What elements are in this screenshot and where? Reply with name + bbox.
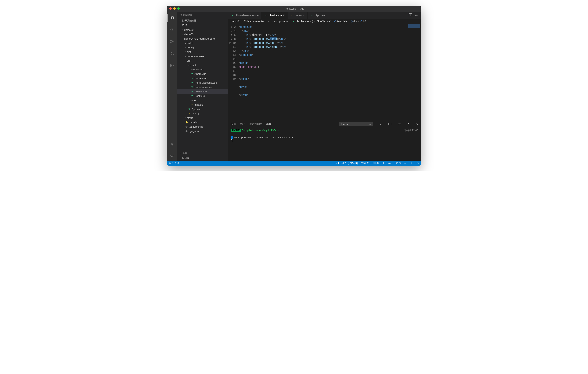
folder-router[interactable]: ⌄router	[177, 98, 228, 102]
close-tab-icon[interactable]: ×	[283, 14, 284, 17]
file-index-js[interactable]: JSindex.js	[177, 102, 228, 107]
file-main-js[interactable]: JSmain.js	[177, 111, 228, 116]
project-section[interactable]: ⌄VUE	[177, 23, 228, 28]
svg-point-5	[170, 42, 171, 43]
crumb-symbol-file: { } "Profile.vue"	[312, 20, 331, 23]
settings-gear-icon[interactable]	[167, 153, 177, 161]
panel-tabs: 问题 输出 调试控制台 终端 1: node⌄ ＋ ⌃ ✕	[228, 121, 421, 127]
maximize-window-button[interactable]	[177, 7, 180, 10]
title-bar: Profile.vue — vue	[167, 6, 421, 12]
folder-demo03[interactable]: ›demo03	[177, 32, 228, 36]
status-bar: ⊘ 0 ⚠ 0 行 4，列 28 (已选择4) 空格: 2 UTF-8 LF V…	[167, 161, 421, 166]
panel-maximize-icon[interactable]: ⌃	[408, 123, 410, 126]
folder-node-modules[interactable]: ›node_modules	[177, 54, 228, 58]
vscode-window: Profile.vue — vue 资源管理器 ›打开的编辑器 ⌄VUE ›de…	[167, 6, 421, 166]
tab-profile[interactable]: ▼Profile.vue×	[262, 12, 288, 19]
file-gitignore[interactable]: ◆.gitignore	[177, 129, 228, 133]
folder-config[interactable]: ›config	[177, 45, 228, 50]
svg-rect-10	[170, 66, 172, 67]
folder-components[interactable]: ⌄components	[177, 67, 228, 71]
tab-index[interactable]: JSindex.js	[288, 12, 308, 19]
breadcrumbs[interactable]: demo04› 01-learnvuerouter› src› componen…	[228, 19, 421, 24]
file-babelrc[interactable]: ⬢.babelrc	[177, 120, 228, 124]
status-bell-icon[interactable]	[416, 162, 419, 165]
traffic-lights	[169, 7, 180, 10]
panel-tab-output[interactable]: 输出	[240, 121, 245, 127]
file-homemessage-vue[interactable]: ▼HomeMessage.vue	[177, 81, 228, 85]
main-area: ▼HomeMessage.vue ▼Profile.vue× JSindex.j…	[228, 12, 421, 161]
status-encoding[interactable]: UTF-8	[372, 162, 379, 165]
folder-static[interactable]: ›static	[177, 116, 228, 120]
panel-tab-terminal[interactable]: 终端	[266, 121, 272, 127]
split-editor-icon[interactable]	[408, 13, 412, 18]
file-app-vue[interactable]: ▼App.vue	[177, 107, 228, 111]
chevron-down-icon: ⌄	[369, 123, 371, 126]
terminal-timestamp: 下午1:12:03	[404, 129, 418, 132]
folder-dist[interactable]: ›dist	[177, 50, 228, 54]
svg-point-13	[171, 156, 172, 157]
debug-icon[interactable]	[167, 50, 177, 58]
folder-demo04[interactable]: ⌄demo04 / 01-learnvuerouter	[177, 36, 228, 41]
tab-app[interactable]: ▼App.vue	[308, 12, 328, 19]
split-terminal-icon[interactable]	[388, 122, 391, 126]
file-homenews-vue[interactable]: ▼HomeNews.vue	[177, 85, 228, 89]
code-content[interactable]: <template> <div> <h2>我是Profile</h2> <h2>…	[238, 24, 405, 121]
panel-tab-problems[interactable]: 问题	[231, 121, 236, 127]
file-user-vue[interactable]: ▼User.vue	[177, 94, 228, 98]
activity-bar	[167, 12, 177, 161]
file-home-vue[interactable]: ▼Home.vue	[177, 76, 228, 81]
file-profile-vue[interactable]: ▼Profile.vue	[177, 89, 228, 94]
folder-assets[interactable]: ›assets	[177, 63, 228, 67]
panel-close-icon[interactable]: ✕	[416, 123, 418, 126]
terminal-output[interactable]: DONE Compiled successfully in 236ms下午1:1…	[228, 127, 421, 161]
window-title: Profile.vue — vue	[284, 7, 304, 10]
status-indent[interactable]: 空格: 2	[361, 162, 368, 165]
close-window-button[interactable]	[169, 7, 172, 10]
open-editors-section[interactable]: ›打开的编辑器	[177, 18, 228, 23]
minimap[interactable]	[405, 24, 421, 121]
editor-tabs: ▼HomeMessage.vue ▼Profile.vue× JSindex.j…	[228, 12, 421, 19]
bottom-panel: 问题 输出 调试控制台 终端 1: node⌄ ＋ ⌃ ✕ DONE Compi…	[228, 121, 421, 161]
crumb-file: ▼Profile.vue	[292, 20, 309, 23]
search-icon[interactable]	[167, 26, 177, 34]
svg-point-19	[411, 162, 412, 163]
crumb-h2: ⬡h2	[360, 20, 366, 23]
file-tree: ›demo02 ›demo03 ⌄demo04 / 01-learnvuerou…	[177, 28, 228, 151]
new-terminal-icon[interactable]: ＋	[379, 122, 382, 126]
status-cursor[interactable]: 行 4，列 28 (已选择4)	[335, 162, 358, 165]
status-errors[interactable]: ⊘ 0 ⚠ 0	[169, 162, 179, 165]
status-eol[interactable]: LF	[382, 162, 385, 165]
svg-point-12	[171, 143, 173, 145]
tab-homemessage[interactable]: ▼HomeMessage.vue	[228, 12, 262, 19]
sidebar-title: 资源管理器	[177, 12, 228, 18]
terminal-selector[interactable]: 1: node⌄	[339, 122, 373, 126]
svg-point-18	[396, 163, 397, 164]
status-language[interactable]: Vue	[388, 162, 392, 165]
account-icon[interactable]	[167, 141, 177, 149]
line-numbers: 1 2 3 4 5 6 7 8 9 10 11 12 13 14 15 16 1…	[228, 24, 238, 121]
timeline-section[interactable]: ›时间线	[177, 156, 228, 161]
svg-rect-9	[170, 64, 172, 66]
explorer-icon[interactable]	[167, 14, 177, 22]
file-editorconfig[interactable]: ⚙.editorconfig	[177, 124, 228, 129]
crumb-template: ⬡template	[334, 20, 347, 23]
status-feedback-icon[interactable]	[410, 162, 413, 165]
crumb-div: ⬡div	[350, 20, 357, 23]
folder-src[interactable]: ⌄src	[177, 58, 228, 63]
extensions-icon[interactable]	[167, 61, 177, 70]
sidebar: 资源管理器 ›打开的编辑器 ⌄VUE ›demo02 ›demo03 ⌄demo…	[177, 12, 228, 161]
source-control-icon[interactable]	[167, 38, 177, 46]
file-about-vue[interactable]: ▼About.vue	[177, 71, 228, 76]
more-actions-icon[interactable]: ⋯	[415, 13, 418, 17]
info-badge: I	[231, 136, 233, 139]
folder-build[interactable]: ›build	[177, 41, 228, 45]
svg-point-2	[170, 28, 172, 30]
panel-tab-debug[interactable]: 调试控制台	[249, 121, 262, 127]
svg-line-3	[172, 30, 173, 31]
code-editor[interactable]: 1 2 3 4 5 6 7 8 9 10 11 12 13 14 15 16 1…	[228, 24, 421, 121]
folder-demo02[interactable]: ›demo02	[177, 28, 228, 32]
outline-section[interactable]: ›大纲	[177, 151, 228, 156]
minimize-window-button[interactable]	[173, 7, 176, 10]
trash-terminal-icon[interactable]	[398, 122, 401, 126]
status-golive[interactable]: Go Live	[395, 162, 407, 165]
